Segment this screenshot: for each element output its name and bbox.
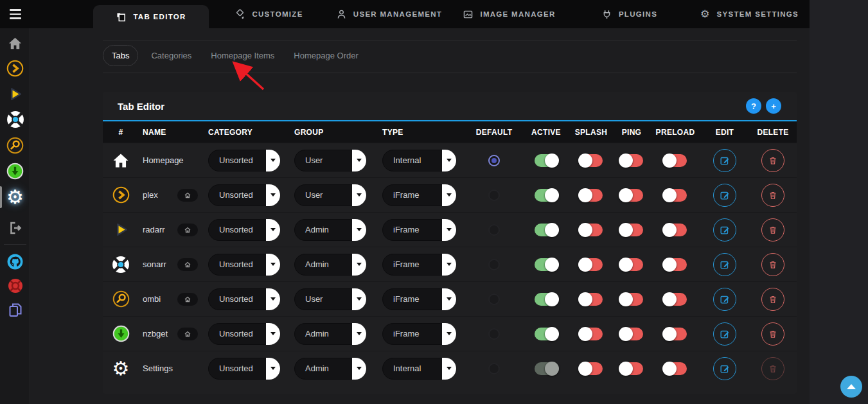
- type-select[interactable]: Internal: [382, 358, 456, 380]
- sidebar-item-support[interactable]: [0, 273, 30, 299]
- category-select[interactable]: Unsorted: [208, 288, 280, 310]
- default-radio[interactable]: [488, 189, 500, 201]
- splash-toggle[interactable]: [580, 362, 603, 375]
- sidebar-item-github[interactable]: [0, 249, 30, 274]
- edit-button[interactable]: [713, 218, 736, 242]
- edit-button[interactable]: [713, 288, 736, 311]
- group-select[interactable]: Admin: [294, 254, 366, 276]
- ping-toggle[interactable]: [620, 293, 643, 306]
- ping-toggle[interactable]: [620, 258, 643, 271]
- category-select[interactable]: Unsorted: [208, 323, 280, 345]
- delete-button[interactable]: [761, 288, 784, 311]
- ping-toggle[interactable]: [620, 189, 643, 202]
- default-radio[interactable]: [488, 224, 500, 236]
- category-select[interactable]: Unsorted: [208, 254, 280, 276]
- delete-button[interactable]: [761, 322, 784, 346]
- preload-toggle[interactable]: [664, 154, 687, 167]
- sidebar-item-sonarr[interactable]: [0, 107, 30, 132]
- category-select[interactable]: Unsorted: [208, 358, 280, 380]
- scroll-to-top-button[interactable]: [840, 376, 862, 398]
- sidebar-item-logout[interactable]: [0, 215, 30, 241]
- type-select[interactable]: Internal: [382, 150, 456, 171]
- settings-icon: ⚙: [112, 359, 130, 378]
- edit-button[interactable]: [713, 322, 736, 346]
- group-select[interactable]: Admin: [294, 358, 366, 380]
- active-toggle[interactable]: [535, 293, 558, 306]
- splash-toggle[interactable]: [580, 224, 603, 236]
- splash-toggle[interactable]: [580, 258, 603, 271]
- main-tab-customize[interactable]: CUSTOMIZE: [209, 0, 329, 28]
- sidebar-item-docs[interactable]: [0, 297, 30, 323]
- default-radio[interactable]: [488, 259, 500, 270]
- preload-toggle[interactable]: [664, 362, 687, 375]
- ping-toggle[interactable]: [620, 362, 643, 375]
- column-header-ping: PING: [613, 128, 650, 137]
- edit-button[interactable]: [713, 184, 736, 207]
- sub-tab-tabs[interactable]: Tabs: [103, 45, 138, 66]
- type-select[interactable]: iFrame: [382, 254, 456, 276]
- sidebar-item-ombi[interactable]: [0, 132, 30, 158]
- main-tab-user-management[interactable]: USER MANAGEMENT: [329, 0, 449, 28]
- ping-toggle[interactable]: [620, 224, 643, 236]
- add-tab-button[interactable]: +: [766, 98, 781, 114]
- splash-toggle[interactable]: [580, 189, 603, 202]
- preload-toggle[interactable]: [664, 293, 687, 306]
- sub-tab-homepage-order[interactable]: Homepage Order: [292, 46, 359, 66]
- category-select[interactable]: Unsorted: [208, 150, 280, 171]
- delete-button[interactable]: [761, 184, 784, 207]
- main-tab-tab-editor[interactable]: TAB EDITOR: [93, 5, 209, 28]
- sidebar-item-plex[interactable]: [0, 55, 30, 81]
- active-toggle[interactable]: [535, 258, 558, 271]
- preload-toggle[interactable]: [664, 224, 687, 236]
- active-toggle[interactable]: [535, 224, 558, 236]
- group-select[interactable]: User: [294, 288, 366, 310]
- group-select[interactable]: Admin: [294, 323, 366, 345]
- sub-tab-categories[interactable]: Categories: [150, 46, 193, 66]
- sub-tab-homepage-items[interactable]: Homepage Items: [209, 46, 276, 66]
- ping-toggle[interactable]: [620, 154, 643, 167]
- delete-button[interactable]: [761, 253, 784, 276]
- menu-hamburger-icon[interactable]: [0, 0, 30, 28]
- help-button[interactable]: ?: [746, 98, 761, 114]
- table-body: HomepageUnsortedUserInternalplexUnsorted…: [103, 143, 797, 385]
- ping-toggle[interactable]: [620, 328, 643, 340]
- delete-button[interactable]: [761, 218, 784, 242]
- default-radio[interactable]: [488, 155, 500, 166]
- default-radio[interactable]: [488, 363, 500, 374]
- edit-button[interactable]: [713, 253, 736, 276]
- category-select[interactable]: Unsorted: [208, 219, 280, 241]
- select-value: User: [295, 190, 323, 200]
- active-toggle[interactable]: [535, 189, 558, 202]
- preload-toggle[interactable]: [664, 328, 687, 340]
- splash-toggle[interactable]: [580, 293, 603, 306]
- group-select[interactable]: User: [294, 184, 366, 206]
- user-management-icon: [336, 9, 347, 20]
- default-radio[interactable]: [488, 294, 500, 305]
- edit-button[interactable]: [713, 357, 736, 380]
- main-tab-plugins[interactable]: PLUGINS: [569, 0, 689, 28]
- preload-toggle[interactable]: [664, 258, 687, 271]
- active-toggle[interactable]: [535, 328, 558, 340]
- category-select[interactable]: Unsorted: [208, 184, 280, 206]
- type-select[interactable]: iFrame: [382, 323, 456, 345]
- group-select[interactable]: Admin: [294, 219, 366, 241]
- type-select[interactable]: iFrame: [382, 184, 456, 206]
- splash-toggle[interactable]: [580, 154, 603, 167]
- sidebar-item-home[interactable]: [0, 30, 30, 56]
- main-tab-system-settings[interactable]: ⚙SYSTEM SETTINGS: [689, 0, 810, 28]
- sidebar-item-radarr[interactable]: [0, 81, 30, 107]
- preload-toggle[interactable]: [664, 189, 687, 202]
- sidebar-item-nzbget[interactable]: [0, 158, 30, 184]
- type-select[interactable]: iFrame: [382, 288, 456, 310]
- active-toggle[interactable]: [535, 362, 558, 375]
- sidebar-item-settings-gear[interactable]: ⚙: [0, 184, 30, 210]
- edit-button[interactable]: [713, 149, 736, 172]
- delete-button[interactable]: [761, 149, 784, 172]
- sidebar-active-indicator: [0, 186, 2, 208]
- splash-toggle[interactable]: [580, 328, 603, 340]
- main-tab-image-manager[interactable]: IMAGE MANAGER: [449, 0, 569, 28]
- default-radio[interactable]: [488, 328, 500, 340]
- active-toggle[interactable]: [535, 154, 558, 167]
- group-select[interactable]: User: [294, 150, 366, 171]
- type-select[interactable]: iFrame: [382, 219, 456, 241]
